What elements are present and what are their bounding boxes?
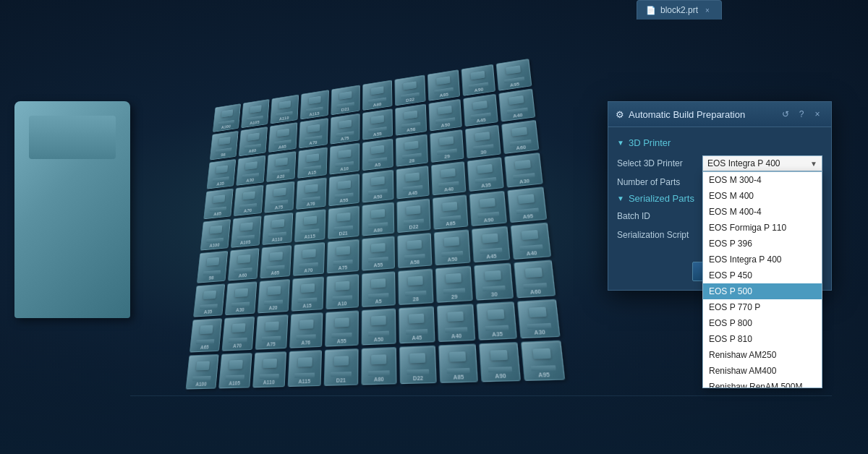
close-button[interactable]: × <box>811 108 824 121</box>
dropdown-item[interactable]: Renishaw AM250 <box>703 347 822 363</box>
dropdown-item[interactable]: EOS M 400-4 <box>703 204 822 220</box>
printer-dropdown-wrapper: EOS Integra P 400 ▼ EOS M 300-4EOS M 400… <box>702 155 822 171</box>
dropdown-item[interactable]: EOS M 400 <box>703 188 822 204</box>
refresh-button[interactable]: ↺ <box>779 108 792 121</box>
large-part-left <box>14 101 130 318</box>
serialized-section-label: Serialized Parts <box>629 193 694 204</box>
gear-icon <box>616 109 624 120</box>
dropdown-item[interactable]: EOS P 396 <box>703 236 822 252</box>
dropdown-item[interactable]: EOS P 810 <box>703 331 822 347</box>
dialog-titlebar: Automatic Build Preparation ↺ ? × <box>608 102 831 127</box>
help-button[interactable]: ? <box>795 108 808 121</box>
dropdown-item[interactable]: EOS P 450 <box>703 267 822 283</box>
dialog-title-text: Automatic Build Preparation <box>629 109 745 120</box>
dialog-automatic-build: Automatic Build Preparation ↺ ? × ▼ 3D P… <box>608 101 832 291</box>
tab-filename: block2.prt <box>660 5 698 15</box>
dropdown-item[interactable]: EOS Formiga P 110 <box>703 220 822 236</box>
dialog-controls: ↺ ? × <box>779 108 824 121</box>
printer-dropdown-list[interactable]: EOS M 300-4EOS M 400EOS M 400-4EOS Formi… <box>702 171 822 388</box>
printer-section-arrow: ▼ <box>617 139 624 147</box>
select-printer-label: Select 3D Printer <box>617 158 697 168</box>
dropdown-item[interactable]: EOS Integra P 400 <box>703 252 822 267</box>
serialization-script-label: Serialization Script <box>617 230 697 240</box>
serialized-section-arrow: ▼ <box>617 194 624 202</box>
printer-selected-value: EOS Integra P 400 <box>707 158 780 168</box>
select-printer-row: Select 3D Printer EOS Integra P 400 ▼ EO… <box>617 155 822 171</box>
tab-bar: 📄 block2.prt × <box>637 0 723 20</box>
dropdown-item[interactable]: EOS P 500 <box>703 283 822 299</box>
dropdown-item[interactable]: Renishaw RenAM 500M <box>703 379 822 388</box>
file-tab[interactable]: 📄 block2.prt × <box>637 0 722 20</box>
tab-close-button[interactable]: × <box>702 5 712 15</box>
file-icon: 📄 <box>646 6 656 15</box>
dropdown-item[interactable]: Renishaw AM400 <box>703 363 822 379</box>
printer-section-label: 3D Printer <box>629 137 671 148</box>
printer-dropdown-arrow: ▼ <box>810 160 817 168</box>
dialog-body: ▼ 3D Printer Select 3D Printer EOS Integ… <box>608 127 831 256</box>
floor-line <box>130 395 832 396</box>
batch-id-label: Batch ID <box>617 211 697 221</box>
printer-dropdown-selected[interactable]: EOS Integra P 400 ▼ <box>702 155 822 171</box>
dialog-title-area: Automatic Build Preparation <box>616 109 745 120</box>
printer-section-header: ▼ 3D Printer <box>617 137 822 148</box>
number-of-parts-label: Number of Parts <box>617 177 697 187</box>
parts-array: A100A105A110A115D21A80D22A85A90A9598A60A… <box>159 43 579 419</box>
dropdown-item[interactable]: EOS M 300-4 <box>703 172 822 188</box>
dropdown-item[interactable]: EOS P 800 <box>703 315 822 331</box>
dropdown-item[interactable]: EOS P 770 P <box>703 299 822 315</box>
select-printer-control: EOS Integra P 400 ▼ EOS M 300-4EOS M 400… <box>702 155 822 171</box>
